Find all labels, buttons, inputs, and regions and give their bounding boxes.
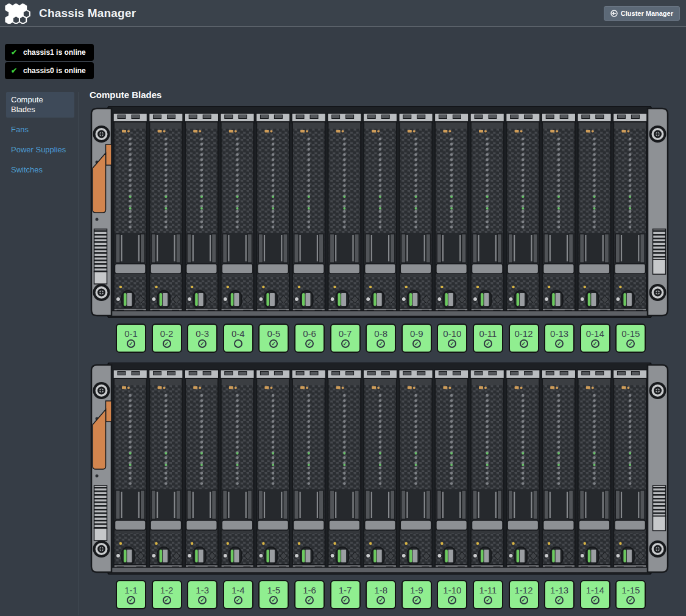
blade-button-1-4[interactable]: 1-4✓ bbox=[223, 580, 253, 609]
check-circle-icon: ✓ bbox=[591, 596, 599, 604]
check-icon: ✔ bbox=[11, 48, 17, 57]
blade-label: 1-7 bbox=[339, 585, 352, 595]
cluster-manager-button[interactable]: Cluster Manager bbox=[604, 6, 680, 21]
blade-button-0-8[interactable]: 0-8✓ bbox=[366, 324, 396, 353]
page-title: Chassis Manager bbox=[39, 7, 136, 20]
blade-button-1-3[interactable]: 1-3✓ bbox=[187, 580, 217, 609]
blade-button-0-6[interactable]: 0-6✓ bbox=[294, 324, 325, 353]
blade-button-0-5[interactable]: 0-5✓ bbox=[258, 324, 289, 353]
blade-button-0-15[interactable]: 0-15✓ bbox=[615, 324, 646, 353]
chassis1-blade-buttons: 1-1✓1-2✓1-3✓1-4✓1-5✓1-6✓1-7✓1-8✓1-9✓1-10… bbox=[116, 580, 686, 609]
blade-button-1-14[interactable]: 1-14✓ bbox=[580, 580, 610, 609]
blade-label: 1-13 bbox=[550, 585, 568, 595]
check-icon: ✔ bbox=[11, 66, 17, 75]
check-circle-icon: ✓ bbox=[269, 596, 278, 604]
check-circle-icon: ✓ bbox=[127, 339, 135, 348]
blade-button-1-2[interactable]: 1-2✓ bbox=[152, 580, 182, 609]
check-circle-icon: ✓ bbox=[198, 339, 207, 348]
blade-button-0-2[interactable]: 0-2✓ bbox=[152, 324, 182, 353]
check-circle-icon: ✓ bbox=[520, 339, 528, 348]
check-circle-icon: ✓ bbox=[269, 339, 278, 348]
blade-label: 0-1 bbox=[124, 328, 138, 339]
blade-button-0-14[interactable]: 0-14✓ bbox=[580, 324, 610, 353]
blade-label: 0-10 bbox=[443, 328, 461, 339]
blade-button-1-11[interactable]: 1-11✓ bbox=[473, 580, 503, 609]
blade-label: 1-2 bbox=[160, 585, 174, 595]
blade-button-0-12[interactable]: 0-12✓ bbox=[509, 324, 539, 353]
blade-button-0-10[interactable]: 0-10✓ bbox=[437, 324, 467, 353]
blade-label: 0-9 bbox=[410, 328, 423, 339]
blade-button-1-13[interactable]: 1-13✓ bbox=[544, 580, 575, 609]
check-circle-icon: ✓ bbox=[412, 596, 421, 604]
blade-label: 0-2 bbox=[160, 328, 174, 339]
empty-circle-icon bbox=[234, 339, 242, 348]
blade-label: 1-10 bbox=[443, 585, 461, 595]
check-circle-icon: ✓ bbox=[555, 596, 564, 604]
blade-label: 1-9 bbox=[410, 585, 423, 595]
blade-button-0-13[interactable]: 0-13✓ bbox=[544, 324, 575, 353]
blade-label: 0-12 bbox=[515, 328, 533, 339]
blade-label: 1-5 bbox=[267, 585, 281, 595]
check-circle-icon: ✓ bbox=[412, 339, 421, 348]
blade-button-1-12[interactable]: 1-12✓ bbox=[509, 580, 539, 609]
blade-label: 1-6 bbox=[303, 585, 316, 595]
blade-button-0-1[interactable]: 0-1✓ bbox=[116, 324, 146, 353]
check-circle-icon: ✓ bbox=[520, 596, 528, 604]
check-circle-icon: ✓ bbox=[626, 339, 635, 348]
check-circle-icon: ✓ bbox=[198, 596, 207, 604]
blade-button-1-9[interactable]: 1-9✓ bbox=[401, 580, 432, 609]
blade-label: 1-14 bbox=[586, 585, 604, 595]
main-panel: Compute Blades bbox=[79, 27, 686, 615]
check-circle-icon: ✓ bbox=[234, 596, 242, 604]
blade-label: 0-6 bbox=[303, 328, 316, 339]
sidebar-item-switches[interactable]: Switches bbox=[6, 162, 74, 178]
blade-button-1-7[interactable]: 1-7✓ bbox=[330, 580, 361, 609]
blade-label: 0-15 bbox=[621, 328, 640, 339]
blade-button-0-3[interactable]: 0-3✓ bbox=[187, 324, 217, 353]
toast-text: chassis0 is online bbox=[23, 66, 86, 75]
blade-label: 0-8 bbox=[374, 328, 387, 339]
blade-button-0-7[interactable]: 0-7✓ bbox=[330, 324, 361, 353]
toast-container: ✔chassis1 is online✔chassis0 is online bbox=[5, 44, 94, 79]
check-circle-icon: ✓ bbox=[591, 339, 599, 348]
check-circle-icon: ✓ bbox=[484, 339, 492, 348]
section-heading: Compute Blades bbox=[90, 90, 686, 100]
sidebar-item-compute-blades[interactable]: Compute Blades bbox=[6, 92, 74, 118]
blade-button-1-6[interactable]: 1-6✓ bbox=[294, 580, 325, 609]
check-circle-icon: ✓ bbox=[127, 596, 135, 604]
blade-button-1-1[interactable]: 1-1✓ bbox=[116, 580, 146, 609]
circle-arrow-left-icon bbox=[610, 10, 618, 17]
blade-label: 1-3 bbox=[196, 585, 209, 595]
hexagon-grid-logo bbox=[5, 3, 30, 24]
check-circle-icon: ✓ bbox=[163, 339, 171, 348]
blade-label: 0-4 bbox=[232, 328, 245, 339]
blade-button-0-4[interactable]: 0-4 bbox=[223, 324, 253, 353]
blade-label: 1-12 bbox=[515, 585, 533, 595]
check-circle-icon: ✓ bbox=[555, 339, 564, 348]
sidebar-item-power-supplies[interactable]: Power Supplies bbox=[6, 142, 74, 158]
sidebar-item-fans[interactable]: Fans bbox=[6, 122, 74, 138]
blade-label: 1-15 bbox=[621, 585, 640, 595]
blade-button-1-15[interactable]: 1-15✓ bbox=[615, 580, 646, 609]
blade-button-1-10[interactable]: 1-10✓ bbox=[437, 580, 467, 609]
blade-label: 1-1 bbox=[124, 585, 138, 595]
check-circle-icon: ✓ bbox=[377, 596, 385, 604]
blade-button-0-9[interactable]: 0-9✓ bbox=[401, 324, 432, 353]
chassis0-graphic bbox=[90, 106, 670, 318]
check-circle-icon: ✓ bbox=[341, 596, 350, 604]
check-circle-icon: ✓ bbox=[448, 339, 456, 348]
cluster-manager-label: Cluster Manager bbox=[621, 10, 673, 17]
blade-label: 0-3 bbox=[196, 328, 209, 339]
blade-button-1-8[interactable]: 1-8✓ bbox=[366, 580, 396, 609]
blade-button-0-11[interactable]: 0-11✓ bbox=[473, 324, 503, 353]
blade-label: 0-13 bbox=[550, 328, 568, 339]
toast-text: chassis1 is online bbox=[23, 48, 86, 57]
blade-label: 0-5 bbox=[267, 328, 281, 339]
check-circle-icon: ✓ bbox=[626, 596, 635, 604]
check-circle-icon: ✓ bbox=[305, 596, 314, 604]
toast-notification[interactable]: ✔chassis0 is online bbox=[5, 62, 94, 79]
check-circle-icon: ✓ bbox=[163, 596, 171, 604]
blade-button-1-5[interactable]: 1-5✓ bbox=[258, 580, 289, 609]
blade-label: 1-11 bbox=[479, 585, 497, 595]
toast-notification[interactable]: ✔chassis1 is online bbox=[5, 44, 94, 61]
